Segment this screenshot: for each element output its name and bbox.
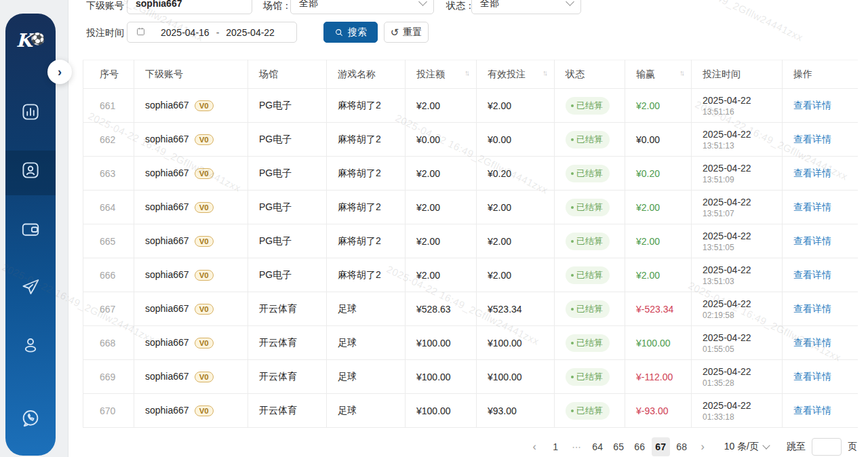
page-button-64[interactable]: 64: [589, 437, 607, 456]
cell-bet-time: 2025-04-2201:55:05: [692, 326, 783, 360]
view-details-link[interactable]: 查看详情: [793, 303, 831, 314]
cell-account: sophia667V0: [134, 360, 248, 394]
status-select[interactable]: 全部: [471, 0, 581, 14]
prev-page-button[interactable]: ‹: [526, 437, 544, 456]
cell-account: sophia667V0: [134, 191, 248, 224]
cell-game: 足球: [327, 292, 406, 326]
status-dot-icon: [571, 342, 574, 344]
cell-action: 查看详情: [783, 394, 858, 428]
search-button[interactable]: 搜索: [323, 22, 378, 43]
cell-account: sophia667V0: [134, 394, 248, 428]
cell-index: 661: [83, 89, 134, 123]
send-icon[interactable]: [18, 275, 43, 299]
jump-to-label: 跳至: [787, 441, 806, 453]
cell-status: 已结算: [555, 258, 625, 292]
view-details-link[interactable]: 查看详情: [793, 405, 831, 416]
cell-valid-bet: ¥93.00: [477, 394, 555, 428]
cell-winloss: ¥-93.00: [625, 394, 692, 428]
bet-records-page: K⚽ › 下级账号： sophia667 场馆： 全部 状态： 全部 投注时间：…: [0, 0, 868, 457]
soccer-ball-icon: ⚽: [31, 32, 45, 45]
cell-bet-time: 2025-04-2201:35:28: [692, 360, 783, 394]
cell-valid-bet: ¥2.00: [477, 89, 555, 123]
profile-icon[interactable]: [18, 333, 43, 357]
jump-unit-label: 页: [848, 441, 857, 453]
member-icon[interactable]: [18, 158, 43, 182]
page-button-66[interactable]: 66: [631, 437, 649, 456]
cell-index: 662: [83, 123, 134, 157]
support-icon[interactable]: [18, 406, 43, 431]
venue-select[interactable]: 全部: [290, 0, 434, 14]
page-button-67[interactable]: 67: [652, 437, 670, 456]
cell-account: sophia667V0: [134, 292, 248, 326]
table-row: 669sophia667V0开云体育足球¥100.00¥100.00已结算¥-1…: [83, 360, 858, 394]
status-badge: 已结算: [566, 97, 610, 115]
vip-badge: V0: [195, 100, 214, 111]
sort-icon[interactable]: ↑↓: [465, 68, 468, 77]
view-details-link[interactable]: 查看详情: [793, 134, 831, 144]
cell-venue: PG电子: [248, 123, 327, 157]
cell-bet-amount: ¥2.00: [406, 258, 477, 292]
cell-valid-bet: ¥2.00: [477, 224, 555, 258]
cell-index: 668: [83, 326, 134, 360]
view-details-link[interactable]: 查看详情: [793, 100, 831, 111]
table-header-row: 序号下级账号场馆游戏名称投注额↑↓有效投注↑↓状态输赢↑↓投注时间操作: [83, 60, 858, 89]
status-badge: 已结算: [566, 368, 610, 386]
vip-badge: V0: [195, 236, 214, 247]
table-row: 664sophia667V0PG电子麻将胡了2¥2.00¥2.00已结算¥2.0…: [83, 191, 858, 224]
page-button-1[interactable]: 1: [547, 437, 565, 456]
cell-valid-bet: ¥100.00: [477, 360, 555, 394]
page-button-68[interactable]: 68: [673, 437, 691, 456]
status-dot-icon: [571, 172, 574, 175]
reset-button[interactable]: ↺ 重置: [384, 22, 429, 43]
cell-valid-bet: ¥100.00: [477, 326, 555, 360]
wallet-icon[interactable]: [18, 217, 43, 241]
page-button-65[interactable]: 65: [610, 437, 628, 456]
status-badge: 已结算: [566, 334, 610, 352]
chevron-down-icon: [566, 0, 574, 5]
cell-winloss: ¥2.00: [625, 89, 692, 123]
cell-bet-amount: ¥2.00: [406, 191, 477, 224]
cell-status: 已结算: [555, 191, 625, 224]
cell-winloss: ¥0.20: [625, 157, 692, 191]
account-input[interactable]: sophia667: [127, 0, 252, 14]
sidebar: K⚽: [5, 14, 56, 456]
column-header: 输赢↑↓: [625, 60, 692, 89]
view-details-link[interactable]: 查看详情: [793, 235, 831, 246]
cell-status: 已结算: [555, 224, 625, 258]
stats-icon[interactable]: [18, 100, 43, 124]
cell-bet-amount: ¥0.00: [406, 123, 477, 157]
view-details-link[interactable]: 查看详情: [793, 371, 831, 382]
sort-icon[interactable]: ↑↓: [542, 68, 546, 77]
cell-status: 已结算: [555, 157, 625, 191]
cell-bet-time: 2025-04-2213:51:07: [692, 191, 783, 224]
view-details-link[interactable]: 查看详情: [793, 337, 831, 348]
table-row: 663sophia667V0PG电子麻将胡了2¥2.00¥0.20已结算¥0.2…: [83, 157, 858, 191]
vip-badge: V0: [195, 338, 214, 349]
view-details-link[interactable]: 查看详情: [793, 201, 831, 212]
cell-account: sophia667V0: [134, 123, 248, 157]
status-badge: 已结算: [566, 165, 610, 182]
cell-bet-time: 2025-04-2213:51:13: [692, 123, 783, 157]
calendar-icon: [136, 26, 146, 39]
cell-status: 已结算: [555, 326, 625, 360]
date-start: 2025-04-16: [161, 27, 210, 38]
date-range-picker[interactable]: 2025-04-16 - 2025-04-22: [127, 22, 297, 43]
view-details-link[interactable]: 查看详情: [793, 269, 831, 280]
column-header: 场馆: [248, 60, 327, 89]
sort-icon[interactable]: ↑↓: [679, 68, 683, 77]
bet-records-table: 序号下级账号场馆游戏名称投注额↑↓有效投注↑↓状态输赢↑↓投注时间操作 661s…: [83, 60, 858, 428]
view-details-link[interactable]: 查看详情: [793, 167, 831, 178]
table-row: 665sophia667V0PG电子麻将胡了2¥2.00¥2.00已结算¥2.0…: [83, 224, 858, 258]
vip-badge: V0: [195, 405, 214, 416]
sidebar-expand-button[interactable]: ›: [47, 60, 72, 84]
cell-action: 查看详情: [783, 157, 858, 191]
status-dot-icon: [571, 410, 574, 412]
status-badge: 已结算: [566, 233, 610, 250]
column-header: 投注时间: [692, 60, 783, 89]
page-size-select[interactable]: 10 条/页: [724, 441, 769, 453]
status-dot-icon: [571, 240, 574, 243]
column-header: 下级账号: [134, 60, 248, 89]
cell-venue: 开云体育: [248, 360, 327, 394]
next-page-button[interactable]: ›: [694, 437, 712, 456]
jump-to-page-input[interactable]: [812, 438, 842, 456]
